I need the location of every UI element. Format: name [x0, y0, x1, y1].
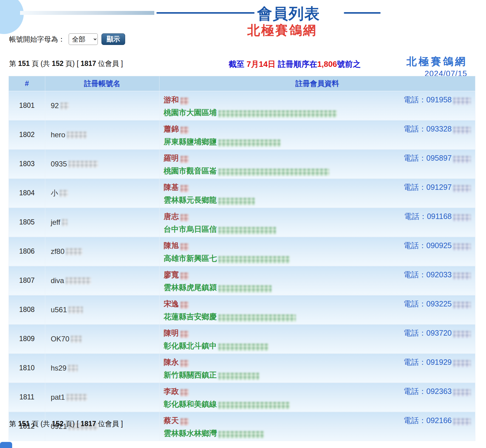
member-info-bottom-line: 彰化縣和美鎮線	[164, 399, 471, 409]
member-count-number: 1817	[80, 60, 96, 67]
account-redacted	[68, 365, 78, 372]
member-info-cell: 李政 電話：092363 彰化縣和美鎮線	[159, 383, 475, 412]
member-phone-wrap: 電話：091929	[404, 357, 471, 367]
corner-widget[interactable]	[0, 442, 12, 448]
member-phone-wrap: 電話：092166	[404, 416, 471, 426]
pagination-text: 位會員 ]	[96, 60, 123, 67]
account-redacted	[66, 277, 91, 285]
account-cell: pat1	[45, 383, 159, 412]
account-cell: hero	[45, 120, 159, 149]
member-address: 雲林縣元長鄉龍	[164, 196, 217, 204]
member-name-wrap: 游和	[164, 95, 189, 105]
member-info-cell: 陳基 電話：091297 雲林縣元長鄉龍	[159, 179, 475, 208]
member-name: 羅明	[164, 154, 179, 162]
header-member-info: 註冊會員資料	[159, 76, 475, 91]
table-row: 1805 jeff 唐志 電話：091168 台中市烏日區信	[9, 208, 475, 237]
member-name: 蕭錦	[164, 125, 179, 133]
notice-text: 號前之	[337, 60, 361, 69]
account-cell: 92	[45, 91, 159, 120]
member-info-bottom-line: 桃園市觀音區崙	[164, 166, 471, 176]
table-row: 1807 diva 廖寬 電話：092033 雲林縣虎尾鎮潁	[9, 266, 475, 295]
row-number: 1804	[9, 179, 45, 208]
member-name: 蔡天	[164, 416, 179, 425]
header-gradient-bar	[20, 11, 154, 15]
account-text: hero	[51, 131, 65, 139]
name-redacted	[180, 97, 189, 105]
title-rule-left	[156, 12, 255, 14]
pagination-top: 第 151 頁 (共 152 頁) [ 1817 位會員 ]	[9, 59, 123, 68]
total-pages-number: 152	[52, 420, 63, 428]
account-text: jeff	[51, 218, 60, 226]
page-title: 會員列表	[257, 4, 320, 24]
notice-text: 截至	[229, 60, 247, 69]
pagination-bottom: 第 151 頁 (共 152 頁) [ 1817 位會員 ]	[9, 419, 123, 429]
notice-text: 註冊順序在	[276, 60, 317, 69]
account-cell: 0935	[45, 149, 159, 179]
table-header-row: # 註冊帳號名 註冊會員資料	[9, 76, 475, 91]
member-info-bottom-line: 高雄市新興區七	[164, 253, 471, 263]
phone-redacted	[453, 360, 471, 367]
member-info-top-line: 廖寬 電話：092033	[164, 270, 471, 280]
letter-filter-select[interactable]: 全部	[69, 33, 98, 45]
member-address: 彰化縣和美鎮線	[164, 400, 217, 408]
phone-redacted	[453, 418, 471, 426]
account-cell: u561	[45, 295, 159, 324]
phone-label: 電話：093225	[404, 299, 452, 308]
member-info-cell: 陳旭 電話：090925 高雄市新興區七	[159, 237, 475, 266]
phone-label: 電話：093328	[404, 125, 452, 133]
account-cell: jeff	[45, 208, 159, 237]
member-name: 陳永	[164, 358, 179, 366]
member-info-top-line: 李政 電話：092363	[164, 386, 471, 396]
member-address: 彰化縣北斗鎮中	[164, 341, 217, 350]
member-name: 陳旭	[164, 241, 179, 250]
member-count-number: 1817	[80, 420, 96, 428]
member-address: 桃園市大園區埔	[164, 108, 217, 117]
show-button[interactable]: 顯示	[101, 33, 125, 45]
member-info-cell: 唐志 電話：091168 台中市烏日區信	[159, 208, 475, 237]
member-info-cell: 陳永 電話：091929 新竹縣關西鎮正	[159, 354, 475, 383]
account-text: diva	[51, 276, 64, 285]
brand-block-right: 北極賽鴿網 2024/07/15	[406, 55, 467, 78]
row-number: 1811	[9, 383, 45, 412]
header-number: #	[9, 76, 45, 91]
announcement-line-1: 截至 7月14日 註冊順序在1,806號前之	[200, 60, 389, 69]
address-redacted	[218, 285, 272, 292]
account-text: 92	[51, 101, 59, 110]
name-redacted	[180, 156, 189, 163]
member-info-top-line: 陳基 電話：091297	[164, 182, 471, 192]
account-cell: hs29	[45, 354, 159, 383]
member-info-top-line: 陳明 電話：093720	[164, 328, 471, 338]
phone-redacted	[453, 156, 471, 163]
member-info-cell: 游和 電話：091958 桃園市大園區埔	[159, 91, 475, 120]
member-info-bottom-line: 桃園市大園區埔	[164, 108, 471, 118]
phone-redacted	[453, 243, 471, 251]
account-text: pat1	[51, 393, 65, 401]
table-row: 1809 OK70 陳明 電話：093720 彰化縣北斗鎮中	[9, 324, 475, 354]
member-address: 高雄市新興區七	[164, 254, 217, 262]
row-number: 1807	[9, 266, 45, 295]
address-redacted	[218, 431, 264, 438]
member-info-cell: 蕭錦 電話：093328 屏東縣鹽埔鄉鹽	[159, 120, 475, 149]
table-row: 1810 hs29 陳永 電話：091929 新竹縣關西鎮正	[9, 354, 475, 383]
name-redacted	[180, 389, 189, 396]
member-info-bottom-line: 雲林縣虎尾鎮潁	[164, 282, 471, 292]
phone-redacted	[453, 185, 471, 192]
notice-date-red: 7月14日	[247, 60, 276, 69]
member-info-top-line: 宋逸 電話：093225	[164, 299, 471, 309]
name-redacted	[180, 214, 189, 221]
account-redacted	[67, 394, 87, 401]
member-name-wrap: 陳基	[164, 182, 189, 192]
member-phone-wrap: 電話：092033	[404, 270, 471, 280]
pagination-text: 頁) [	[63, 420, 80, 428]
row-number: 1802	[9, 120, 45, 149]
phone-label: 電話：092166	[404, 416, 452, 425]
account-redacted	[60, 102, 69, 110]
filter-label: 帳號開始字母為：	[9, 35, 65, 44]
table-row: 1806 zf80 陳旭 電話：090925 高雄市新興區七	[9, 237, 475, 266]
header-account: 註冊帳號名	[45, 76, 159, 91]
member-info-top-line: 唐志 電話：091168	[164, 211, 471, 221]
address-redacted	[218, 256, 290, 263]
address-redacted	[218, 139, 281, 147]
member-info-top-line: 游和 電話：091958	[164, 95, 471, 105]
member-name: 廖寬	[164, 270, 179, 279]
